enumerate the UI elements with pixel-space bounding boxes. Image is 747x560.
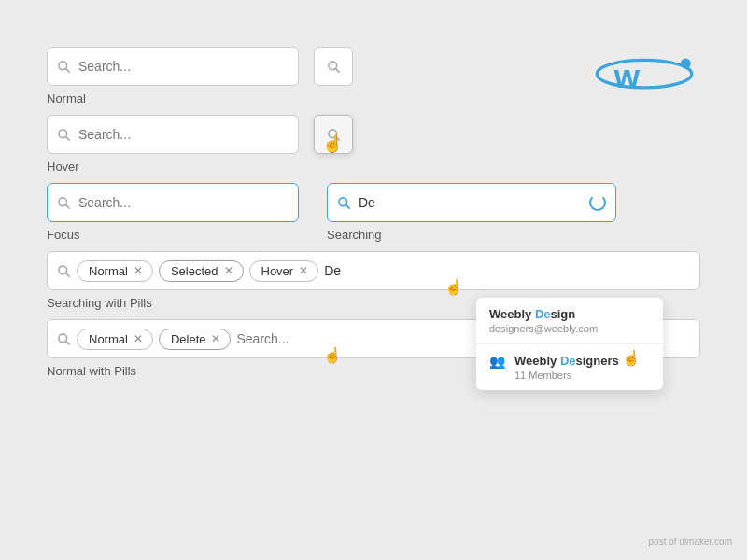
pill-selected[interactable]: Selected ✕	[159, 260, 244, 282]
focus-group: Focus	[47, 183, 299, 242]
svg-text:w: w	[613, 58, 641, 94]
cursor-hand-delete: ☝	[323, 346, 342, 364]
normal-search-bar[interactable]	[47, 47, 299, 86]
dropdown-item-design-email: designers@weebly.com	[489, 323, 650, 334]
searching-group: Searching	[327, 183, 616, 242]
focus-searching-section: Focus Searching	[47, 183, 700, 242]
search-spinner	[589, 194, 606, 211]
search-dropdown: Weebly Design designers@weebly.com 👥 Wee…	[476, 298, 663, 390]
svg-point-2	[681, 59, 691, 69]
footer: post of uimaker.com	[649, 537, 732, 547]
svg-line-18	[65, 341, 69, 344]
group-icon: 👥	[489, 354, 505, 369]
hover-search-button[interactable]	[314, 115, 353, 154]
search-icon-normal-pills	[57, 332, 71, 346]
searching-input[interactable]	[351, 195, 584, 210]
normal-search-input[interactable]	[71, 59, 289, 74]
pills-search-bar[interactable]: Normal ✕ Selected ✕ Hover ✕ ☝	[47, 251, 700, 290]
svg-line-6	[335, 68, 339, 72]
searching-pills-section: Normal ✕ Selected ✕ Hover ✕ ☝ Searching …	[47, 251, 700, 310]
dropdown-item-designers-title: Weebly Designers	[514, 354, 619, 368]
pill-hover-label: Hover	[261, 264, 294, 278]
pill-normal-2-label: Normal	[89, 332, 128, 346]
hover-section: ☝ Hover	[47, 115, 700, 174]
dropdown-item-designers[interactable]: 👥 Weebly Designers 11 Members ☝	[476, 344, 663, 390]
page: w Normal	[0, 0, 747, 560]
svg-line-10	[335, 136, 339, 140]
svg-line-12	[65, 204, 69, 208]
pill-selected-label: Selected	[171, 264, 218, 278]
svg-point-0	[597, 60, 692, 88]
search-icon-pills	[57, 264, 71, 278]
pill-normal[interactable]: Normal ✕	[77, 260, 153, 282]
footer-text: post of uimaker.com	[649, 537, 732, 547]
logo-area: w	[588, 37, 700, 106]
dropdown-item-design-title: Weebly Design	[489, 307, 650, 321]
dropdown-item-designers-members: 11 Members	[514, 370, 619, 381]
focus-label: Focus	[47, 228, 299, 242]
searching-bar[interactable]	[327, 183, 616, 222]
svg-line-4	[65, 68, 69, 72]
pill-normal-2-remove[interactable]: ✕	[134, 333, 143, 344]
svg-line-16	[65, 273, 69, 276]
hover-search-bar[interactable]	[47, 115, 299, 154]
weebly-logo: w	[588, 37, 700, 103]
focus-search-bar[interactable]	[47, 183, 299, 222]
search-icon-focus	[57, 196, 71, 210]
focus-search-input[interactable]	[71, 195, 289, 210]
pill-delete-remove[interactable]: ✕	[211, 333, 220, 344]
pill-delete-label: Delete	[171, 332, 206, 346]
hover-search-input[interactable]	[71, 127, 289, 142]
pill-delete[interactable]: Delete ✕	[159, 329, 232, 350]
pill-normal-label: Normal	[89, 264, 128, 278]
search-icon-searching	[337, 196, 351, 210]
svg-line-14	[345, 204, 349, 208]
search-icon	[57, 60, 71, 74]
dropdown-item-design[interactable]: Weebly Design designers@weebly.com	[476, 298, 663, 344]
cursor-hand-dropdown: ☝	[622, 349, 641, 367]
normal-search-button[interactable]	[314, 47, 353, 86]
pill-normal-2[interactable]: Normal ✕	[77, 329, 153, 350]
pill-hover[interactable]: Hover ✕	[249, 260, 319, 282]
pill-hover-remove[interactable]: ✕	[299, 265, 308, 276]
pill-selected-remove[interactable]: ✕	[224, 265, 233, 276]
pill-normal-remove[interactable]: ✕	[134, 265, 143, 276]
searching-label: Searching	[327, 228, 616, 242]
hover-label: Hover	[47, 160, 700, 174]
pills-search-input[interactable]	[324, 263, 690, 278]
search-icon-hover	[57, 128, 71, 142]
cursor-hand-pill: ☝	[444, 278, 463, 296]
svg-line-8	[65, 136, 69, 140]
